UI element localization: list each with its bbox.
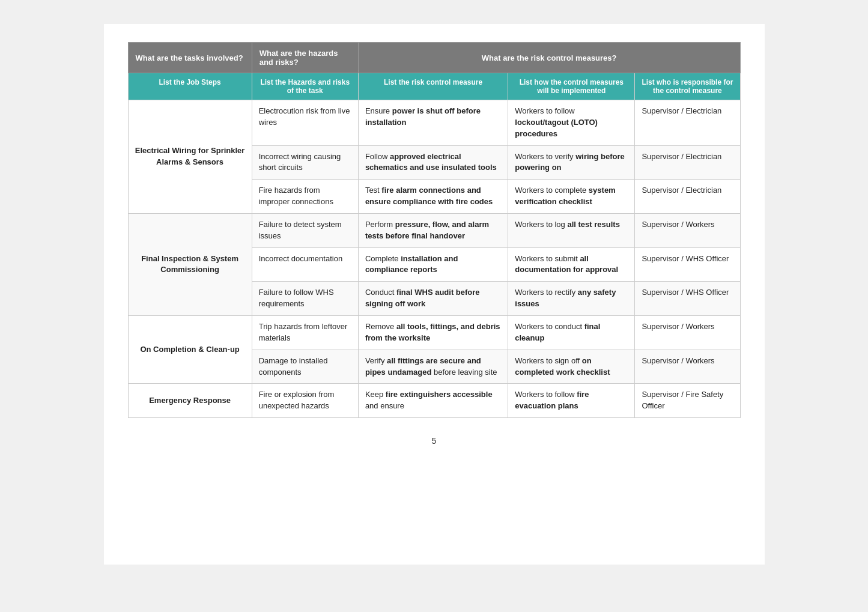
implementation-cell: Workers to conduct final cleanup (508, 315, 635, 350)
control-cell: Perform pressure, flow, and alarm tests … (358, 213, 508, 247)
risk-table: What are the tasks involved? What are th… (128, 42, 741, 418)
hazard-cell: Trip hazards from leftover materials (252, 315, 358, 350)
hazard-cell: Failure to detect system issues (252, 213, 358, 247)
job-step-cell: Electrical Wiring for Sprinkler Alarms &… (128, 100, 252, 214)
responsible-cell: Supervisor / Workers (635, 315, 740, 350)
responsible-cell: Supervisor / Workers (635, 350, 740, 384)
job-step-cell: Emergency Response (128, 384, 252, 418)
responsible-cell: Supervisor / Electrician (635, 180, 740, 214)
implementation-cell: Workers to follow fire evacuation plans (508, 384, 635, 418)
control-cell: Test fire alarm connections and ensure c… (358, 180, 508, 214)
job-step-cell: On Completion & Clean-up (128, 315, 252, 383)
hazard-cell: Fire or explosion from unexpected hazard… (252, 384, 358, 418)
table-row: Final Inspection & System CommissioningF… (128, 213, 740, 247)
implementation-cell: Workers to follow lockout/tagout (LOTO) … (508, 100, 635, 146)
page-number: 5 (128, 436, 741, 446)
page: What are the tasks involved? What are th… (104, 24, 765, 565)
header-controls: What are the risk control measures? (358, 43, 740, 73)
header-row-1: What are the tasks involved? What are th… (128, 43, 740, 73)
implementation-cell: Workers to submit all documentation for … (508, 247, 635, 282)
hazard-cell: Damage to installed components (252, 350, 358, 384)
subheader-responsible: List who is responsible for the control … (635, 73, 740, 100)
subheader-implementation: List how the control measures will be im… (508, 73, 635, 100)
implementation-cell: Workers to log all test results (508, 213, 635, 247)
hazard-cell: Incorrect wiring causing short circuits (252, 145, 358, 180)
responsible-cell: Supervisor / Electrician (635, 100, 740, 146)
control-cell: Conduct final WHS audit before signing o… (358, 282, 508, 316)
subheader-job-steps: List the Job Steps (128, 73, 252, 100)
control-cell: Remove all tools, fittings, and debris f… (358, 315, 508, 350)
control-cell: Complete installation and compliance rep… (358, 247, 508, 282)
responsible-cell: Supervisor / Workers (635, 213, 740, 247)
control-cell: Ensure power is shut off before installa… (358, 100, 508, 146)
header-row-2: List the Job Steps List the Hazards and … (128, 73, 740, 100)
subheader-control-measure: List the risk control measure (358, 73, 508, 100)
table-row: Emergency ResponseFire or explosion from… (128, 384, 740, 418)
control-cell: Follow approved electrical schematics an… (358, 145, 508, 180)
responsible-cell: Supervisor / Fire Safety Officer (635, 384, 740, 418)
implementation-cell: Workers to sign off on completed work ch… (508, 350, 635, 384)
responsible-cell: Supervisor / WHS Officer (635, 282, 740, 316)
subheader-hazards-list: List the Hazards and risks of the task (252, 73, 358, 100)
hazard-cell: Fire hazards from improper connections (252, 180, 358, 214)
responsible-cell: Supervisor / Electrician (635, 145, 740, 180)
control-cell: Verify all fittings are secure and pipes… (358, 350, 508, 384)
responsible-cell: Supervisor / WHS Officer (635, 247, 740, 282)
header-hazards: What are the hazards and risks? (252, 43, 358, 73)
header-tasks: What are the tasks involved? (128, 43, 252, 73)
hazard-cell: Failure to follow WHS requirements (252, 282, 358, 316)
implementation-cell: Workers to complete system verification … (508, 180, 635, 214)
table-row: Electrical Wiring for Sprinkler Alarms &… (128, 100, 740, 146)
table-row: On Completion & Clean-upTrip hazards fro… (128, 315, 740, 350)
job-step-cell: Final Inspection & System Commissioning (128, 213, 252, 315)
hazard-cell: Incorrect documentation (252, 247, 358, 282)
implementation-cell: Workers to verify wiring before powering… (508, 145, 635, 180)
implementation-cell: Workers to rectify any safety issues (508, 282, 635, 316)
control-cell: Keep fire extinguishers accessible and e… (358, 384, 508, 418)
hazard-cell: Electrocution risk from live wires (252, 100, 358, 146)
